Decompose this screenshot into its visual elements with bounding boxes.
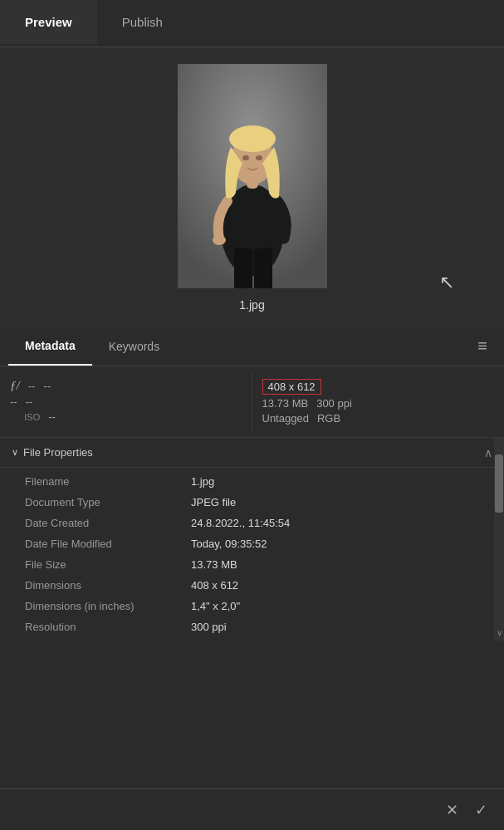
- exp-val2: --: [26, 395, 33, 408]
- svg-rect-4: [254, 247, 272, 288]
- exp-val1: --: [10, 395, 17, 408]
- scroll-up-icon[interactable]: ∧: [484, 446, 492, 459]
- prop-row-dimensions: Dimensions 408 x 612: [0, 575, 504, 596]
- prop-label-date-modified: Date File Modified: [25, 538, 191, 550]
- dimensions-highlight: 408 x 612: [262, 379, 321, 395]
- svg-point-8: [229, 125, 276, 152]
- prop-value-dimensions: 408 x 612: [191, 579, 491, 592]
- filesize-row: 13.73 MB 300 ppi: [262, 397, 495, 410]
- filesize-val: 13.73 MB: [262, 397, 309, 410]
- file-properties-wrapper: ∨ File Properties ∧ Filename 1.jpg Docum…: [0, 438, 504, 641]
- iso-row: ISO --: [10, 410, 242, 423]
- ppi-val: 300 ppi: [316, 397, 352, 410]
- fstop-row: ƒ/ -- --: [10, 379, 242, 393]
- prop-row-filename: Filename 1.jpg: [0, 471, 504, 492]
- confirm-button[interactable]: ✓: [475, 801, 487, 819]
- svg-point-9: [242, 155, 249, 160]
- prop-label-dimensions-inches: Dimensions (in inches): [25, 600, 191, 612]
- iso-val: --: [48, 410, 56, 423]
- preview-image: [178, 64, 327, 288]
- quick-info-grid: ƒ/ -- -- -- -- ISO -- 408 x 612 13.73 MB…: [0, 366, 504, 438]
- preview-area: ↖ 1.jpg: [0, 47, 504, 327]
- exposure-row: -- --: [10, 395, 242, 408]
- color-space-val: RGB: [317, 412, 340, 425]
- scroll-down-indicator: ∨: [497, 628, 502, 637]
- prop-label-filesize: File Size: [25, 558, 191, 571]
- prop-label-date-created: Date Created: [25, 517, 191, 529]
- color-profile-val: Untagged: [262, 412, 309, 425]
- image-filename: 1.jpg: [239, 298, 264, 312]
- prop-row-dimensions-inches: Dimensions (in inches) 1,4" x 2,0": [0, 596, 504, 616]
- cursor-icon: ↖: [439, 272, 454, 293]
- scrollbar-track[interactable]: ∨: [494, 438, 504, 641]
- tab-publish[interactable]: Publish: [97, 0, 188, 47]
- colorprofile-row: Untagged RGB: [262, 412, 495, 425]
- fstop-val2: --: [43, 380, 51, 392]
- tab-keywords[interactable]: Keywords: [92, 327, 176, 366]
- svg-rect-3: [234, 247, 252, 288]
- fstop-icon: ƒ/: [10, 379, 20, 393]
- meta-menu-icon[interactable]: ≡: [471, 336, 496, 356]
- meta-tabs-bar: Metadata Keywords ≡: [0, 327, 504, 366]
- prop-row-resolution: Resolution 300 ppi: [0, 616, 504, 637]
- prop-label-resolution: Resolution: [25, 621, 191, 633]
- prop-label-dimensions: Dimensions: [25, 579, 191, 592]
- iso-spacer: [10, 410, 16, 423]
- tab-preview[interactable]: Preview: [0, 0, 97, 47]
- prop-row-filesize: File Size 13.73 MB: [0, 554, 504, 575]
- qi-left-panel: ƒ/ -- -- -- -- ISO --: [0, 371, 252, 432]
- prop-value-date-created: 24.8.2022., 11:45:54: [191, 517, 491, 529]
- portrait-svg: [178, 64, 327, 288]
- chevron-icon: ∨: [12, 447, 18, 458]
- qi-right-panel: 408 x 612 13.73 MB 300 ppi Untagged RGB: [252, 371, 505, 432]
- section-label: File Properties: [23, 446, 93, 459]
- file-properties-header[interactable]: ∨ File Properties ∧: [0, 438, 504, 468]
- prop-value-date-modified: Today, 09:35:52: [191, 538, 491, 550]
- prop-value-filesize: 13.73 MB: [191, 558, 491, 571]
- top-tabs-bar: Preview Publish: [0, 0, 504, 47]
- prop-label-filename: Filename: [25, 475, 191, 488]
- iso-label: ISO: [24, 412, 40, 422]
- prop-row-date-created: Date Created 24.8.2022., 11:45:54: [0, 513, 504, 533]
- fstop-val1: --: [28, 380, 36, 392]
- tab-metadata[interactable]: Metadata: [8, 327, 92, 366]
- svg-point-10: [256, 155, 262, 160]
- svg-point-5: [213, 235, 226, 245]
- scrollbar-thumb[interactable]: [495, 454, 503, 513]
- close-button[interactable]: ✕: [446, 801, 458, 819]
- prop-label-doctype: Document Type: [25, 496, 191, 508]
- bottom-action-bar: ✕ ✓: [0, 788, 504, 830]
- prop-value-filename: 1.jpg: [191, 475, 491, 488]
- prop-value-doctype: JPEG file: [191, 496, 491, 508]
- prop-value-dimensions-inches: 1,4" x 2,0": [191, 600, 491, 612]
- prop-row-doctype: Document Type JPEG file: [0, 492, 504, 513]
- prop-value-resolution: 300 ppi: [191, 621, 491, 633]
- prop-row-date-modified: Date File Modified Today, 09:35:52: [0, 533, 504, 554]
- properties-table: Filename 1.jpg Document Type JPEG file D…: [0, 468, 504, 641]
- dimensions-row: 408 x 612: [262, 379, 495, 395]
